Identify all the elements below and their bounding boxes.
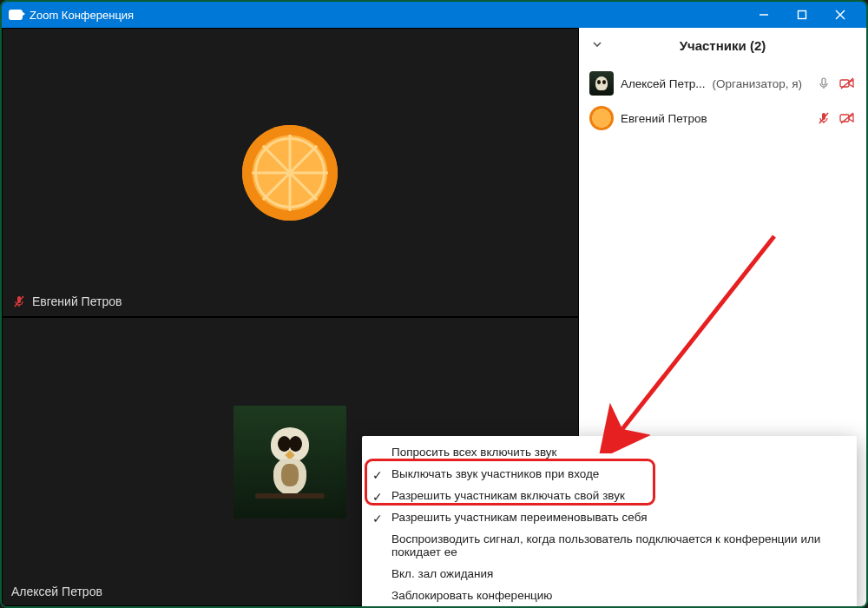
zoom-logo-icon [9, 10, 23, 20]
collapse-panel-button[interactable] [591, 38, 603, 53]
menu-item-label: Воспроизводить сигнал, когда пользовател… [391, 532, 839, 558]
mic-muted-icon [11, 294, 27, 309]
window-title: Zoom Конференция [30, 9, 134, 22]
camera-off-icon[interactable] [838, 76, 856, 91]
tile-name: Евгений Петров [32, 294, 122, 308]
participant-row[interactable]: Евгений Петров [579, 101, 866, 135]
video-tile[interactable]: Евгений Петров [2, 28, 579, 317]
menu-item-lock-meeting[interactable]: Заблокировать конференцию [362, 585, 857, 606]
participant-row[interactable]: Алексей Петр... (Организатор, я) [579, 66, 866, 101]
menu-item-allow-unmute[interactable]: ✓ Разрешить участникам включать свой зву… [362, 485, 857, 506]
camera-off-icon[interactable] [838, 110, 856, 126]
mic-muted-icon[interactable] [816, 110, 832, 126]
check-icon: ✓ [372, 512, 383, 525]
minimize-button[interactable] [745, 2, 783, 28]
menu-item-allow-rename[interactable]: ✓ Разрешить участникам переименовывать с… [362, 506, 857, 528]
participant-tag: (Организатор, я) [713, 77, 802, 90]
menu-item-label: Выключать звук участников при входе [391, 467, 599, 480]
tile-label: Алексей Петров [11, 585, 102, 598]
tile-name: Алексей Петров [11, 585, 102, 598]
participants-more-menu: Попросить всех включить звук ✓ Выключать… [362, 436, 857, 608]
check-icon: ✓ [372, 490, 383, 504]
svg-rect-1 [799, 11, 806, 19]
participant-avatar-icon [233, 406, 346, 519]
menu-item-label: Заблокировать конференцию [391, 589, 553, 602]
participant-name: Алексей Петр... [621, 77, 706, 90]
menu-item-mute-on-entry[interactable]: ✓ Выключать звук участников при входе [362, 463, 857, 485]
menu-item-label: Вкл. зал ожидания [391, 567, 493, 580]
close-button[interactable] [821, 2, 859, 28]
menu-item-label: Попросить всех включить звук [391, 446, 556, 459]
participant-avatar-icon [242, 125, 338, 221]
menu-item-play-sound[interactable]: Воспроизводить сигнал, когда пользовател… [362, 528, 857, 563]
participants-header: Участники (2) [579, 28, 866, 63]
avatar [589, 106, 614, 130]
titlebar: Zoom Конференция [2, 2, 866, 28]
participants-title: Участники (2) [680, 38, 766, 53]
tile-label: Евгений Петров [11, 294, 122, 309]
menu-item-ask-unmute[interactable]: Попросить всех включить звук [362, 441, 857, 463]
check-icon: ✓ [372, 468, 383, 482]
menu-item-waiting-room[interactable]: Вкл. зал ожидания [362, 563, 857, 585]
participants-list: Алексей Петр... (Организатор, я) Евгений… [579, 63, 866, 139]
mic-icon[interactable] [816, 76, 832, 91]
menu-item-label: Разрешить участникам включать свой звук [391, 489, 625, 502]
avatar [589, 71, 614, 96]
participant-name: Евгений Петров [621, 112, 707, 125]
menu-item-label: Разрешить участникам переименовывать себ… [391, 511, 647, 524]
maximize-button[interactable] [783, 2, 821, 28]
